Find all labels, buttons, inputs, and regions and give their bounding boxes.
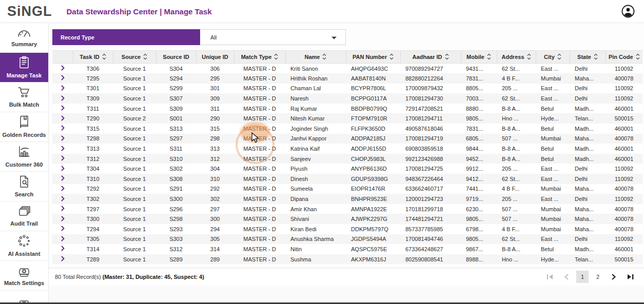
cell: S307	[156, 93, 196, 104]
row-expander[interactable]	[52, 254, 73, 265]
cell: Hno ...	[497, 113, 536, 124]
row-expander[interactable]	[52, 204, 73, 214]
cell: 110092	[606, 84, 642, 94]
sort-icon[interactable]	[527, 53, 531, 61]
sidebar-item-audit-trail[interactable]: Audit Trail	[0, 201, 48, 231]
column-header-aadhaar-id[interactable]: Aadhaar ID	[400, 51, 461, 64]
cell: B-8 A...	[497, 144, 536, 154]
sort-icon[interactable]	[143, 53, 147, 61]
cell: Source 1	[113, 234, 156, 245]
cell: T302	[73, 194, 113, 204]
column-header-state[interactable]: State	[570, 51, 606, 64]
sidebar-item-summary[interactable]: Summary	[0, 23, 48, 53]
row-expander[interactable]	[52, 234, 73, 245]
row-expander[interactable]	[52, 144, 73, 154]
cell: 110092	[606, 194, 642, 204]
sort-icon[interactable]	[636, 53, 640, 61]
row-expander[interactable]	[52, 164, 73, 174]
sort-icon[interactable]	[322, 53, 326, 61]
record-type-label: Record Type	[52, 29, 200, 45]
column-header-pin-code[interactable]: Pin Code	[606, 51, 642, 64]
row-expander[interactable]	[52, 134, 73, 144]
table-row: T311Source 1S309311MASTER - DRaj KumarBB…	[52, 104, 642, 114]
column-header-city[interactable]: City	[536, 51, 570, 64]
sidebar-item-golden-records[interactable]: Golden Records	[0, 112, 48, 142]
column-header-mobile[interactable]: Mobile	[461, 51, 497, 64]
next-page-button[interactable]	[607, 271, 620, 283]
cell: MASTER - D	[234, 214, 285, 224]
column-header-match-type[interactable]: Match Type	[234, 51, 285, 64]
sort-icon[interactable]	[557, 53, 561, 61]
page-number-2[interactable]: 2	[592, 271, 604, 283]
cell: Source 1	[113, 164, 156, 174]
sort-icon[interactable]	[594, 53, 598, 61]
last-page-button[interactable]	[623, 271, 637, 283]
sidebar-item-label: Golden Records	[3, 132, 46, 138]
table-row: T295Source 1S294295MASTER - DHrithik Ros…	[52, 73, 642, 84]
sidebar-item-customer-360[interactable]: Customer 360	[0, 142, 48, 172]
sort-icon[interactable]	[445, 53, 449, 61]
cell: 9912...	[461, 164, 497, 174]
cell: T298	[73, 134, 113, 144]
row-expander[interactable]	[52, 194, 73, 204]
cell: 400078	[606, 73, 642, 84]
sidebar-item-ai-assistant[interactable]: AI Assistant	[0, 231, 48, 261]
cell: T312	[73, 154, 113, 164]
sidebar: SummaryManage TaskBulk MatchGolden Recor…	[0, 23, 49, 304]
row-expander[interactable]	[52, 84, 73, 94]
cell: B-8 A...	[497, 104, 536, 114]
row-expander[interactable]	[52, 174, 73, 184]
sort-icon[interactable]	[102, 53, 106, 61]
cell: Sumeela	[285, 184, 346, 194]
row-expander[interactable]	[52, 154, 73, 164]
row-expander[interactable]	[52, 104, 73, 114]
cell: 298	[196, 134, 234, 144]
cell: 729147208521	[400, 104, 461, 114]
row-expander[interactable]	[52, 184, 73, 194]
sidebar-item-manage-task[interactable]: Manage Task	[0, 53, 48, 83]
row-expander[interactable]	[52, 224, 73, 234]
previous-page-button[interactable]	[560, 271, 573, 283]
sort-icon[interactable]	[274, 53, 278, 61]
cell: T311	[73, 104, 113, 114]
row-expander[interactable]	[52, 214, 73, 224]
cell: Delhi	[570, 194, 606, 204]
column-header-pan-number[interactable]: PAN Number	[346, 51, 400, 64]
page-number-1[interactable]: 1	[576, 271, 589, 283]
first-page-button[interactable]	[543, 271, 557, 283]
row-expander[interactable]	[52, 93, 73, 104]
cell: 62 St...	[497, 64, 536, 74]
sort-icon[interactable]	[487, 53, 491, 61]
row-expander[interactable]	[52, 244, 73, 254]
user-avatar-icon[interactable]	[621, 5, 635, 18]
cell: Delhi	[570, 164, 606, 174]
chevron-right-icon	[61, 246, 65, 251]
column-header-task-id[interactable]: Task ID	[73, 51, 113, 64]
record-type-dropdown[interactable]: All	[200, 29, 346, 45]
cell: Joginder Singh	[285, 124, 346, 134]
sidebar-item-match-settings[interactable]: Match Settings	[0, 261, 48, 291]
cell: S298	[156, 214, 196, 224]
column-header-name[interactable]: Name	[285, 51, 346, 64]
row-expander[interactable]	[52, 113, 73, 124]
chevron-down-icon	[331, 33, 337, 42]
cell: 400078	[606, 214, 642, 224]
column-header-source[interactable]: Source	[113, 51, 156, 64]
cell: Delhi	[570, 234, 606, 245]
chevron-right-icon	[61, 256, 65, 261]
row-expander[interactable]	[52, 124, 73, 134]
cell: 110092	[606, 64, 642, 74]
cell: MASTER - D	[234, 224, 285, 234]
chevron-right-icon	[61, 125, 65, 131]
row-expander[interactable]	[52, 64, 73, 74]
chevron-right-icon	[61, 135, 65, 141]
table-row: T313Source 1S311313MASTER - DKatrina Kai…	[52, 144, 642, 154]
sort-icon[interactable]	[389, 53, 394, 61]
sidebar-item-label: Manage Task	[7, 73, 42, 79]
cell: T301	[73, 84, 113, 94]
sidebar-item-bulk-match[interactable]: Bulk Match	[0, 83, 48, 112]
column-header-address[interactable]: Address	[497, 51, 536, 64]
sidebar-item-search[interactable]: Search	[0, 172, 48, 201]
row-expander[interactable]	[52, 73, 73, 84]
cell: S302	[156, 164, 196, 174]
